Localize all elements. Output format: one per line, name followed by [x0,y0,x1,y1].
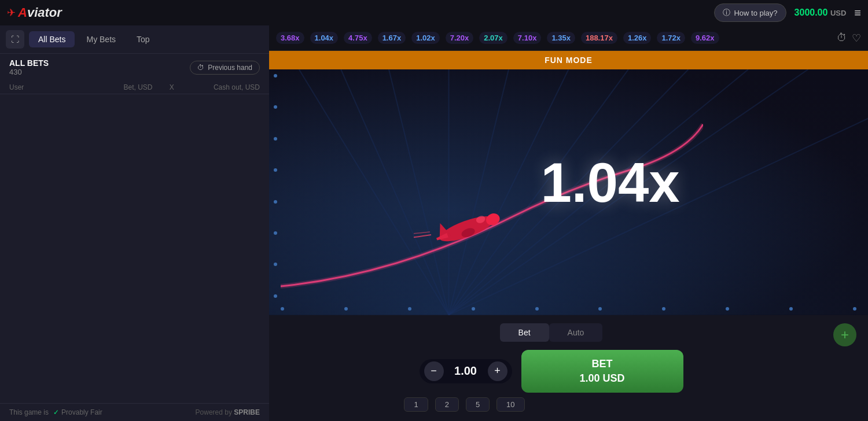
y-dot [274,168,277,172]
multiplier-badge-10[interactable]: 1.26x [623,32,652,44]
x-dot [472,307,475,311]
logo-text: Aviator [18,5,62,20]
expand-button[interactable]: ⛶ [6,30,24,49]
heart-icon[interactable]: ♡ [852,32,861,45]
menu-icon[interactable]: ≡ [854,6,861,20]
x-dot [344,307,348,311]
quick-amounts: 1 2 5 10 [404,397,524,412]
x-dot [408,307,411,311]
bet-controls: Bet Auto − 1.00 + [269,315,868,421]
increase-amount-button[interactable]: + [488,361,507,381]
multiplier-badge-1[interactable]: 1.04x [310,32,339,44]
bet-amount-value: 1.00 [579,372,599,384]
multiplier-badge-4[interactable]: 1.02x [411,32,440,44]
multiplier-badge-0[interactable]: 3.68x [276,32,304,44]
bets-count: 430 [9,68,49,76]
x-dot [726,307,729,311]
quick-amount-1[interactable]: 1 [404,397,428,412]
spribe-label: SPRIBE [234,408,260,416]
bets-columns: User Bet, USD X Cash out, USD [0,81,269,94]
amount-control: − 1.00 + [420,359,512,383]
multiplier-badge-3[interactable]: 1.67x [378,32,406,44]
x-dot [789,307,793,311]
provably-fair-label: Provably Fair [61,408,102,416]
history-icon[interactable]: ⏱ [837,32,847,44]
bets-header: ALL BETS 430 ⏱ Previous hand [0,54,269,81]
previous-hand-button[interactable]: ⏱ Previous hand [190,61,260,75]
powered-by-label: Powered by [196,408,232,416]
how-to-play-label: How to play? [734,9,777,17]
left-footer: This game is ✓ Provably Fair Powered by … [0,403,269,421]
game-area: FUN MODE [269,51,868,315]
bet-button[interactable]: BET 1.00 USD [521,350,683,393]
x-dot [281,307,284,311]
col-x-header: X [170,83,174,91]
nav-right: ⓘ How to play? 3000.00 USD ≡ [714,3,861,22]
quick-amount-5[interactable]: 5 [466,397,490,412]
x-axis-dots [281,307,856,311]
tab-my-bets[interactable]: My Bets [77,31,125,47]
multiplier-badge-5[interactable]: 7.20x [446,32,474,44]
multiplier-badge-11[interactable]: 1.72x [657,32,685,44]
plus-icon: + [494,365,501,377]
plane-svg [414,197,518,255]
tab-bet[interactable]: Bet [500,323,549,342]
multiplier-badge-9[interactable]: 188.17x [581,32,617,44]
multiplier-badge-6[interactable]: 2.07x [479,32,507,44]
clock-icon: ⏱ [197,64,204,72]
x-dot [598,307,602,311]
history-bar: 3.68x 1.04x 4.75x 1.67x 1.02x 7.20x 2.07… [269,25,868,51]
logo-plane-icon: ✈ [7,6,16,19]
top-nav: ✈ Aviator ⓘ How to play? 3000.00 USD ≡ [0,0,868,25]
tab-all-bets[interactable]: All Bets [29,31,75,47]
help-icon: ⓘ [723,8,730,18]
prev-hand-label: Previous hand [208,64,252,72]
tab-top[interactable]: Top [127,31,159,47]
bet-tabs: Bet Auto [500,323,603,342]
logo-rest: viator [27,5,62,20]
y-axis-dots [274,74,277,298]
history-icons: ⏱ ♡ [837,32,861,45]
x-dot [535,307,539,311]
y-dot [274,294,277,298]
fun-mode-label: FUN MODE [545,56,593,65]
quick-amount-10[interactable]: 10 [496,397,524,412]
balance-currency: USD [830,9,846,17]
footer-this-game-is: This game is [9,408,49,416]
logo-a: A [18,5,27,20]
bets-title: ALL BETS [9,58,49,68]
powered-by: Powered by SPRIBE [196,408,260,416]
quick-amount-2[interactable]: 2 [435,397,459,412]
multiplier-badge-8[interactable]: 1.35x [547,32,575,44]
main-layout: ⛶ All Bets My Bets Top ALL BETS 430 ⏱ Pr… [0,25,868,421]
multiplier-badge-2[interactable]: 4.75x [344,32,372,44]
amount-value: 1.00 [448,364,483,378]
multiplier-badge-12[interactable]: 9.62x [691,32,719,44]
y-dot [274,137,277,141]
plus-icon: + [841,327,849,343]
col-user-header: User [9,83,95,91]
balance-display: 3000.00 USD [795,8,847,18]
tabs-row: ⛶ All Bets My Bets Top [0,25,269,54]
bets-title-group: ALL BETS 430 [9,58,49,76]
add-bet-button[interactable]: + [833,323,856,346]
y-dot [274,263,277,266]
right-panel: 3.68x 1.04x 4.75x 1.67x 1.02x 7.20x 2.07… [269,25,868,421]
y-dot [274,105,277,109]
bet-button-label: BET [556,357,649,371]
how-to-play-button[interactable]: ⓘ How to play? [714,3,786,22]
expand-icon: ⛶ [11,35,19,44]
bets-list [0,94,269,403]
fun-mode-banner: FUN MODE [269,51,868,69]
y-dot [274,74,277,77]
bet-currency: USD [603,372,625,384]
tab-auto[interactable]: Auto [549,323,603,342]
multiplier-badge-7[interactable]: 7.10x [513,32,542,44]
y-dot [274,200,277,204]
x-dot [853,307,856,311]
decrease-amount-button[interactable]: − [424,361,444,381]
bet-row: − 1.00 + BET 1.00 USD [420,350,683,393]
minus-icon: − [431,365,437,377]
current-multiplier-display: 1.04x [540,151,679,215]
balance-amount: 3000.00 [795,8,828,17]
